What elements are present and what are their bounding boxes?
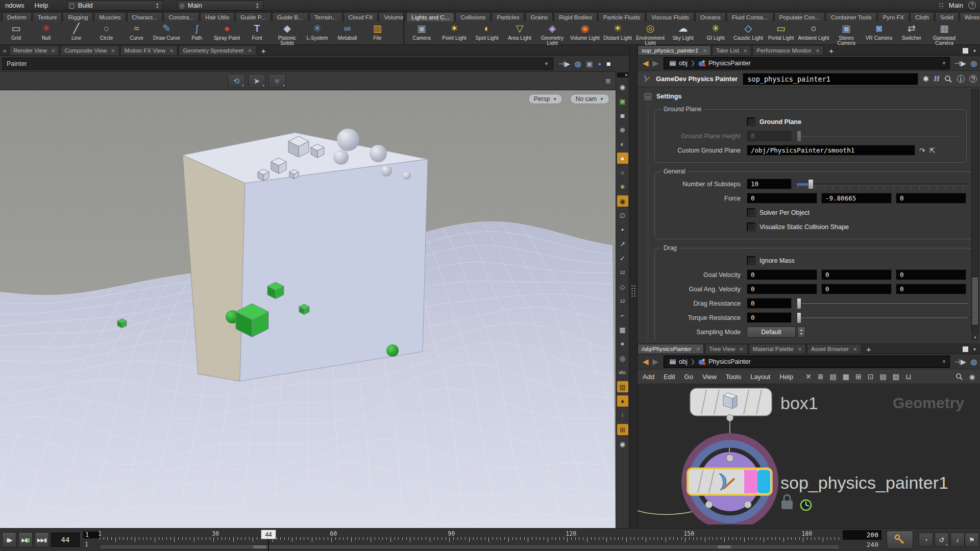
shelf-tool[interactable]: ▭ Portal Light — [765, 22, 797, 45]
network-toolbar-icon[interactable]: ⊔ — [905, 372, 911, 381]
desktop-selector[interactable]: ▢ Build ▲▼ — [66, 1, 163, 11]
torque-resistance-slider[interactable] — [797, 312, 970, 323]
shelf-tab[interactable]: Terrain... — [309, 12, 342, 21]
node-input-port[interactable] — [726, 455, 733, 462]
display-option-icon[interactable]: ✳ — [617, 181, 628, 192]
shelf-tool[interactable]: ✳ GI Light — [699, 22, 732, 45]
info-icon[interactable]: i — [957, 75, 965, 83]
display-option-icon[interactable]: ● — [617, 153, 628, 164]
goal-velocity-z-field[interactable]: 0 — [896, 269, 966, 280]
radial-menu-icon[interactable]: ◎ — [971, 358, 977, 366]
shelf-tool[interactable]: ʃ Path — [182, 22, 212, 45]
display-option-icon[interactable]: ♦ — [617, 395, 628, 407]
force-y-field[interactable]: -9.80665 — [821, 193, 892, 204]
collapse-icon[interactable]: – — [645, 93, 651, 100]
goal-velocity-y-field[interactable]: 0 — [821, 269, 892, 280]
pane-tab[interactable]: Geometry Spreadsheet ✕ — [179, 45, 256, 55]
camera-dropdown[interactable]: No cam ▼ — [570, 94, 609, 104]
shelf-tab[interactable]: Oceans — [695, 12, 726, 21]
network-toolbar-icon[interactable]: ▤ — [829, 372, 836, 381]
shelf-tool[interactable]: ○ Circle — [91, 22, 121, 45]
display-option-icon[interactable]: ↗ — [617, 238, 628, 249]
shelf-tab[interactable]: Hair Utils — [200, 12, 234, 21]
display-color-icon[interactable]: ■ — [606, 60, 610, 68]
projection-dropdown[interactable]: Persp ▼ — [528, 94, 562, 104]
ignore-mass-checkbox[interactable] — [747, 256, 755, 265]
shelf-tool[interactable]: ○ Ambient Light — [797, 22, 830, 45]
back-icon[interactable]: ◀ — [643, 59, 649, 68]
goal-ang-velocity-z-field[interactable]: 0 — [896, 284, 966, 294]
shelf-tab[interactable]: Fluid Contai... — [727, 12, 773, 21]
network-menu[interactable]: Add — [643, 373, 654, 381]
shelf-tab[interactable]: Container Tools — [826, 12, 877, 21]
radial-menu-icon[interactable]: ◎ — [575, 60, 581, 68]
radial-menu-spinner[interactable]: ▲▼ — [254, 2, 261, 9]
shelf-tab[interactable]: Populate Con... — [774, 12, 825, 21]
pane-tab[interactable]: /obj/PhysicsPainter ✕ — [638, 344, 704, 354]
node-output-port[interactable] — [727, 415, 733, 421]
display-option-icon[interactable]: abc — [617, 367, 628, 378]
display-option-icon[interactable]: ⊞ — [617, 424, 628, 435]
display-option-icon[interactable]: ◉ — [617, 195, 628, 207]
torque-resistance-field[interactable]: 0 — [747, 312, 792, 323]
pane-tab[interactable]: Tree View ✕ — [705, 344, 748, 354]
shelf-tab[interactable]: Wires — [960, 12, 980, 21]
playhead[interactable]: 44 — [261, 530, 276, 539]
substeps-slider[interactable] — [797, 179, 970, 190]
maximize-pane-icon[interactable] — [963, 346, 968, 352]
display-option-icon[interactable]: ◉ — [617, 438, 628, 449]
close-tab-icon[interactable]: ✕ — [798, 346, 802, 352]
strip-scroll-icon[interactable]: ▶ — [617, 72, 628, 78]
node-box1[interactable] — [690, 388, 772, 421]
params-scrollbar[interactable]: ▲ — [971, 89, 979, 333]
goal-velocity-x-field[interactable]: 0 — [747, 269, 817, 280]
pane-tab[interactable]: Motion FX View ✕ — [120, 45, 178, 55]
network-toolbar-icon[interactable]: ▤ — [879, 372, 886, 381]
breadcrumb-obj[interactable]: obj — [667, 358, 690, 365]
display-option-icon[interactable]: ◐ — [617, 138, 628, 149]
display-option-icon[interactable]: • — [617, 224, 628, 235]
display-option-icon[interactable]: ◙ — [617, 110, 628, 121]
view-tool-button[interactable]: ⟲▾ — [228, 74, 245, 88]
radial-menu-icon[interactable]: ◎ — [971, 59, 977, 67]
shelf-tab[interactable]: Particles — [492, 12, 524, 21]
shelf-tool[interactable]: ◎ Environment Light — [634, 22, 667, 45]
pin-pane-icon[interactable]: ⊣▶ — [954, 358, 966, 366]
shelf-tool[interactable]: ● Spray Paint — [212, 22, 242, 45]
breadcrumb-node[interactable]: PhysicsPainter — [696, 60, 753, 67]
node-flag-template[interactable] — [744, 470, 757, 493]
search-icon[interactable] — [944, 75, 952, 83]
breadcrumb-obj[interactable]: obj — [667, 60, 690, 67]
shelf-tool[interactable]: ✎ Draw Curve — [152, 22, 182, 45]
shelf-tool[interactable]: ▣ Camera — [405, 22, 438, 45]
network-toolbar-icon[interactable]: ▨ — [893, 372, 899, 381]
menu-help[interactable]: Help — [30, 2, 54, 9]
search-icon[interactable] — [955, 373, 963, 381]
shelf-tab[interactable]: Rigging — [63, 12, 93, 21]
network-toolbar-icon[interactable]: ✕ — [805, 372, 812, 381]
shelf-tool[interactable]: ◙ VR Camera — [863, 22, 895, 45]
gear-icon[interactable]: ✱ — [923, 74, 929, 84]
revert-button[interactable]: ↺▾ — [935, 533, 949, 547]
shelf-tab[interactable]: Collisions — [455, 12, 491, 21]
shelf-tool[interactable]: ▣ Stereo Camera — [830, 22, 863, 45]
path-breadcrumb[interactable]: obj ❯ PhysicsPainter ▼ — [664, 57, 950, 69]
shelf-tab[interactable]: Rigid Bodies — [554, 12, 597, 21]
display-option-icon[interactable]: ✶ — [617, 338, 628, 349]
ground-plane-checkbox[interactable] — [747, 117, 755, 126]
scrollbar-thumb[interactable] — [972, 278, 978, 324]
node-name-field[interactable]: sop_physics_painter1 — [743, 73, 918, 85]
close-tab-icon[interactable]: ✕ — [816, 48, 820, 54]
maximize-pane-icon[interactable] — [963, 48, 968, 54]
display-option-icon[interactable]: ▦ — [617, 324, 628, 335]
pin-pane-icon[interactable]: ⊣▶ — [954, 59, 966, 67]
shelf-tool[interactable]: ✶ Point Light — [438, 22, 471, 45]
houdini-ops-icon[interactable]: H — [934, 74, 940, 83]
shelf-tool[interactable]: ▽ Area Light — [503, 22, 536, 45]
display-option-icon[interactable]: 12 — [617, 295, 628, 307]
drag-resistance-field[interactable]: 0 — [747, 298, 792, 309]
menu-windows[interactable]: ndows — [0, 2, 30, 9]
radial-menu-selector[interactable]: ◎ Main ▲▼ — [177, 1, 263, 11]
substeps-field[interactable]: 10 — [747, 179, 792, 189]
shelf-tab[interactable]: Guide P... — [235, 12, 271, 21]
